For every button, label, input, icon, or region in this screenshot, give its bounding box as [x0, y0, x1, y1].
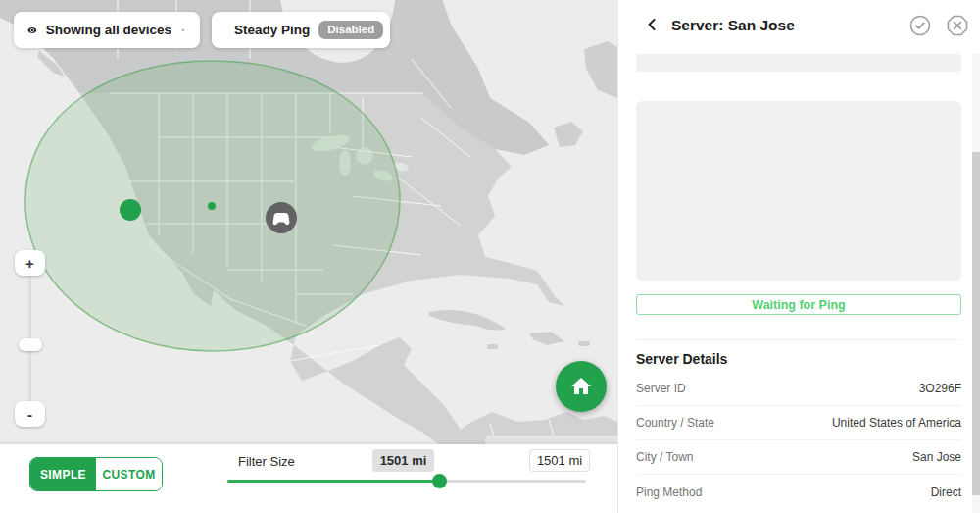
chevron-left-icon — [642, 15, 662, 34]
block-server-button[interactable] — [946, 14, 969, 37]
detail-label: City / Town — [636, 450, 693, 464]
zoom-slider-thumb[interactable] — [19, 338, 42, 351]
check-circle-icon — [908, 14, 932, 37]
detail-value: San Jose — [912, 450, 961, 464]
server-location-dot[interactable] — [120, 199, 141, 221]
detail-row-ping-method: Ping Method Direct — [636, 475, 961, 509]
detail-row-city-town: City / Town San Jose — [636, 440, 961, 475]
custom-mode-button[interactable]: CUSTOM — [96, 458, 162, 490]
steady-ping-toggle[interactable]: Steady Ping Disabled — [212, 12, 390, 48]
zoom-out-button[interactable]: - — [15, 401, 45, 427]
detail-label: Ping Method — [636, 486, 702, 499]
filter-size-slider[interactable] — [227, 473, 586, 488]
ping-graph-placeholder — [636, 101, 961, 281]
filter-max-value-field[interactable]: 1501 mi — [529, 449, 590, 472]
ping-stats-placeholder — [636, 54, 961, 72]
home-icon — [569, 375, 593, 398]
app-window: Showing all devices Steady Ping Disabled… — [0, 0, 980, 513]
detail-label: Server ID — [636, 382, 686, 395]
map-canvas[interactable]: Showing all devices Steady Ping Disabled… — [0, 0, 617, 513]
back-button[interactable] — [640, 14, 663, 37]
server-details-list: Server ID 3O296F Country / State United … — [636, 372, 961, 509]
section-divider — [636, 339, 961, 340]
slider-remaining-track — [439, 480, 586, 483]
detail-value: 3O296F — [919, 382, 961, 395]
waiting-for-ping-button[interactable]: Waiting for Ping — [636, 294, 961, 315]
devices-filter-label: Showing all devices — [46, 23, 172, 37]
filter-size-label: Filter Size — [238, 454, 295, 469]
filter-bottom-bar: SIMPLE CUSTOM Filter Size 1501 mi 1501 m… — [0, 444, 617, 513]
filter-slider-thumb[interactable] — [432, 474, 447, 488]
server-details-panel: Server: San Jose Waiting for Ping Server… — [617, 0, 980, 513]
detail-row-country-state: Country / State United States of America — [636, 406, 961, 440]
chevron-down-icon — [180, 25, 186, 36]
steady-ping-status-badge: Disabled — [318, 21, 383, 40]
devices-filter-dropdown[interactable]: Showing all devices — [14, 12, 200, 48]
detail-row-server-id: Server ID 3O296F — [636, 372, 961, 406]
filter-mode-toggle: SIMPLE CUSTOM — [29, 457, 163, 491]
steady-ping-label: Steady Ping — [234, 23, 310, 37]
map-zoom-control: + - — [15, 250, 46, 429]
filter-current-value-badge: 1501 mi — [372, 449, 434, 472]
octagon-x-icon — [946, 14, 969, 37]
eye-icon — [27, 21, 37, 40]
confirm-server-button[interactable] — [908, 14, 932, 37]
zoom-in-button[interactable]: + — [15, 250, 45, 276]
recenter-home-button[interactable] — [556, 361, 607, 412]
detail-value: Direct — [931, 486, 961, 499]
detail-value: United States of America — [832, 416, 961, 430]
range-center-dot[interactable] — [208, 202, 216, 210]
server-details-heading: Server Details — [636, 351, 727, 367]
panel-scrollbar-track[interactable] — [972, 54, 980, 513]
device-marker[interactable] — [266, 202, 297, 233]
detail-label: Country / State — [636, 416, 714, 430]
panel-title: Server: San Jose — [671, 17, 795, 34]
panel-scrollbar-thumb[interactable] — [972, 152, 980, 495]
slider-active-track — [227, 480, 439, 483]
simple-mode-button[interactable]: SIMPLE — [30, 458, 96, 490]
panel-header: Server: San Jose — [618, 0, 980, 51]
